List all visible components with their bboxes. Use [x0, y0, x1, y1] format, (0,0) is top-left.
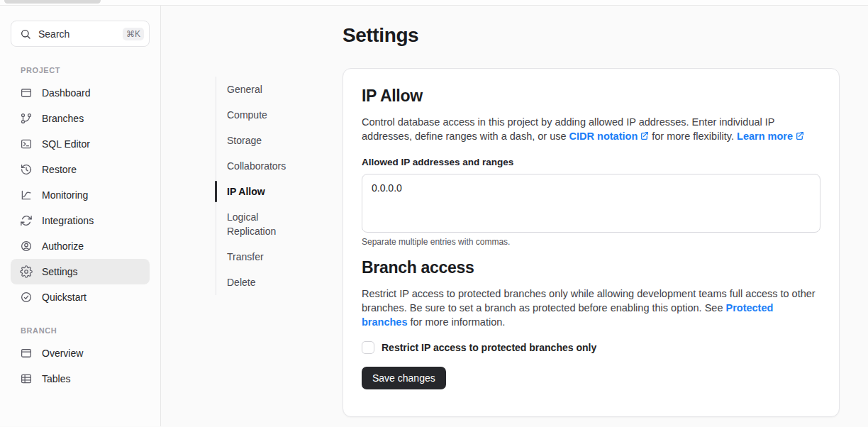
sql-editor-icon — [20, 138, 33, 150]
sidebar-item-monitoring[interactable]: Monitoring — [11, 182, 150, 208]
sidebar-item-overview[interactable]: Overview — [11, 340, 150, 366]
sidebar-item-quickstart[interactable]: Quickstart — [11, 284, 150, 310]
sidebar-item-label: Branches — [42, 113, 84, 124]
integrations-icon — [20, 214, 33, 227]
sidebar-item-restore[interactable]: Restore — [11, 157, 150, 182]
sidebar-item-label: Quickstart — [42, 292, 87, 303]
allowed-ips-hint: Separate multiple entries with commas. — [362, 237, 820, 247]
learn-more-link[interactable]: Learn more — [737, 131, 793, 142]
app-window: Search ⌘K PROJECT Dashboard Branches SQL… — [0, 6, 868, 426]
search-placeholder: Search — [38, 28, 69, 40]
settings-subnav: General Compute Storage Collaborators IP… — [216, 77, 295, 295]
sidebar-item-label: Tables — [42, 373, 70, 384]
sidebar-item-label: Overview — [42, 348, 83, 359]
settings-nav-collaborators[interactable]: Collaborators — [216, 153, 295, 179]
settings-nav-compute[interactable]: Compute — [216, 102, 295, 128]
search-input[interactable]: Search ⌘K — [11, 21, 150, 47]
ip-allow-description: Control database access in this project … — [362, 115, 820, 143]
check-circle-icon — [20, 291, 33, 304]
settings-nav-storage[interactable]: Storage — [216, 128, 295, 153]
external-link-icon — [795, 131, 804, 140]
ip-allow-heading: IP Allow — [362, 87, 820, 106]
chart-icon — [20, 189, 33, 201]
search-icon — [20, 28, 31, 40]
sidebar-item-label: Monitoring — [42, 189, 88, 201]
history-icon — [20, 163, 33, 176]
table-icon — [20, 372, 33, 385]
sidebar-item-label: SQL Editor — [42, 138, 90, 150]
sidebar-item-integrations[interactable]: Integrations — [11, 208, 150, 233]
settings-nav-general[interactable]: General — [216, 77, 295, 102]
sidebar-item-tables[interactable]: Tables — [11, 366, 150, 392]
sidebar-item-sql-editor[interactable]: SQL Editor — [11, 131, 150, 157]
window-icon — [20, 87, 33, 99]
sidebar-item-dashboard[interactable]: Dashboard — [11, 80, 150, 106]
sidebar-item-label: Authorize — [42, 240, 84, 252]
page-title: Settings — [343, 24, 418, 47]
sidebar-item-authorize[interactable]: Authorize — [11, 233, 150, 259]
sidebar: Search ⌘K PROJECT Dashboard Branches SQL… — [0, 6, 161, 426]
sidebar-item-settings[interactable]: Settings — [11, 259, 150, 284]
sidebar-item-branches[interactable]: Branches — [11, 106, 150, 131]
main-content: Settings General Compute Storage Collabo… — [161, 6, 868, 426]
gear-icon — [20, 265, 33, 278]
window-icon — [20, 347, 33, 360]
sidebar-item-label: Settings — [42, 266, 78, 277]
browser-tab-remnant — [4, 0, 101, 4]
settings-nav-delete[interactable]: Delete — [216, 270, 295, 295]
save-changes-button[interactable]: Save changes — [362, 367, 446, 389]
git-branch-icon — [20, 112, 33, 125]
allowed-ips-label: Allowed IP addresses and ranges — [362, 157, 820, 167]
browser-chrome-remnant — [0, 0, 868, 6]
sidebar-item-label: Restore — [42, 164, 77, 175]
user-circle-icon — [20, 240, 33, 253]
settings-nav-transfer[interactable]: Transfer — [216, 244, 295, 270]
sidebar-item-label: Integrations — [42, 215, 94, 226]
ip-allow-card: IP Allow Control database access in this… — [343, 68, 840, 417]
branch-access-description: Restrict IP access to protected branches… — [362, 287, 820, 329]
branch-access-desc-text-2: for more information. — [407, 316, 505, 328]
restrict-ip-checkbox-label: Restrict IP access to protected branches… — [382, 342, 596, 353]
sidebar-section-branch: BRANCH — [21, 326, 150, 335]
restrict-ip-checkbox-row[interactable]: Restrict IP access to protected branches… — [362, 341, 820, 354]
restrict-ip-checkbox[interactable] — [362, 341, 374, 354]
allowed-ips-textarea[interactable]: 0.0.0.0 — [362, 174, 820, 233]
settings-nav-ip-allow[interactable]: IP Allow — [216, 179, 295, 204]
sidebar-section-project: PROJECT — [21, 66, 150, 74]
settings-nav-logical-replication[interactable]: Logical Replication — [216, 204, 295, 244]
sidebar-item-label: Dashboard — [42, 87, 91, 99]
ip-allow-desc-text-2: for more flexibility. — [649, 131, 737, 142]
cidr-notation-link[interactable]: CIDR notation — [569, 131, 638, 142]
branch-access-heading: Branch access — [362, 258, 820, 277]
external-link-icon — [640, 131, 649, 140]
search-shortcut-badge: ⌘K — [123, 28, 144, 40]
